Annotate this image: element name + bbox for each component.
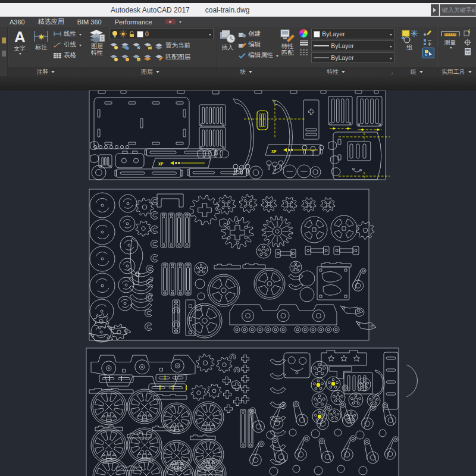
layer-thaw-icon[interactable]: [121, 54, 130, 61]
match-properties-button[interactable]: 特性 匹配: [278, 29, 297, 67]
linetype-icon[interactable]: [299, 49, 309, 56]
match-layer-button[interactable]: 匹配图层: [155, 52, 214, 62]
chevron-down-icon: [390, 58, 392, 61]
chevron-down-icon: [79, 34, 82, 37]
color-swatch: [314, 31, 320, 37]
drawing-canvas[interactable]: XPXP: [0, 90, 476, 476]
lineweight-icon[interactable]: [299, 39, 309, 47]
set-current-layer-icon: [155, 42, 164, 50]
panel-utilities: 测量 实用工具: [437, 27, 476, 76]
layer-select[interactable]: 0: [109, 29, 214, 39]
unlock-icon: [129, 30, 135, 37]
panel-footer-layers[interactable]: 图层: [84, 67, 216, 76]
group-selection-toggle[interactable]: [422, 48, 434, 58]
layer-off-icon[interactable]: [109, 42, 118, 50]
app-title: Autodesk AutoCAD 2017: [111, 6, 190, 14]
linetype-sample: [314, 57, 329, 59]
ungroup-icon[interactable]: [422, 38, 432, 46]
layer-unlock-icon[interactable]: [132, 54, 141, 61]
chevron-down-icon: [79, 45, 82, 48]
leader-icon: [53, 42, 62, 48]
chevron-down-icon: [419, 71, 423, 75]
chevron-down-icon: [390, 34, 392, 37]
autocad-window: { "window": {"app_title": "Autodesk Auto…: [0, 0, 476, 476]
match-properties-icon: [280, 29, 295, 43]
title-bar: Autodesk AutoCAD 2017 coal-train.dwg 键入关…: [0, 3, 476, 17]
drawing-area: XPXP: [0, 90, 476, 476]
dimension-icon: [32, 29, 50, 44]
lineweight-select[interactable]: ByLayer: [311, 40, 394, 51]
create-block-icon: [238, 31, 246, 37]
create-block-button[interactable]: 创建: [238, 29, 278, 39]
measure-button[interactable]: 测量: [440, 29, 461, 67]
panel-footer-annotation[interactable]: 注释: [8, 67, 84, 76]
layer-freeze-icon[interactable]: [132, 42, 141, 50]
expand-arrow-icon: [433, 8, 439, 12]
dimension-button[interactable]: 标注: [32, 29, 51, 67]
panel-footer-properties[interactable]: 特性: [275, 67, 396, 76]
layer-color-swatch: [137, 31, 143, 37]
layer-properties-button[interactable]: 图层 特性: [87, 29, 107, 67]
edit-block-icon: [238, 42, 246, 48]
insert-block-button[interactable]: 插入: [219, 29, 236, 67]
leader-button[interactable]: 引线: [53, 39, 82, 50]
layer-walk-icon[interactable]: [143, 54, 152, 61]
chevron-down-icon: [209, 34, 211, 37]
tab-featured-apps[interactable]: 精选应用: [38, 17, 64, 26]
annotation-mini-column: 线性 引线 表格: [53, 29, 82, 67]
lineweight-value: ByLayer: [331, 42, 386, 49]
tab-performance[interactable]: Performance: [115, 18, 152, 26]
object-color-select[interactable]: ByLayer: [311, 29, 394, 39]
point-style-icon[interactable]: [464, 38, 472, 46]
chevron-down-icon: [450, 47, 452, 50]
connect-menu-button[interactable]: [165, 19, 181, 24]
linetype-select[interactable]: ByLayer: [311, 52, 394, 63]
panel-footer-block[interactable]: 块: [217, 67, 275, 76]
layer-isolate-icon[interactable]: [121, 42, 130, 50]
tab-bim360[interactable]: BIM 360: [77, 18, 102, 26]
search-input[interactable]: 键入关键字或: [440, 4, 476, 16]
layer-properties-icon: [89, 29, 105, 43]
tab-a360[interactable]: A360: [10, 18, 25, 26]
panel-properties: 特性 匹配 ByLayer ByLayer: [275, 27, 397, 76]
linetype-value: ByLayer: [331, 54, 386, 61]
camera-icon: [165, 19, 176, 24]
chevron-down-icon: [179, 21, 181, 24]
ribbon-tab-bar: A360 精选应用 BIM 360 Performance: [0, 17, 476, 27]
layer-on-icon[interactable]: [109, 54, 118, 61]
panel-block: 插入 创建 编辑 编辑属性 块: [217, 27, 275, 76]
ribbon-panel-cut: [0, 27, 8, 76]
infocenter-expand-button[interactable]: [431, 4, 439, 16]
lineweight-sample: [314, 45, 329, 47]
object-color-value: ByLayer: [322, 30, 386, 37]
set-current-layer-button[interactable]: 置为当前: [155, 40, 214, 51]
id-point-icon[interactable]: [464, 29, 472, 37]
table-button[interactable]: 表格: [53, 50, 82, 61]
edit-attribute-button[interactable]: 编辑属性: [238, 50, 278, 61]
insert-block-icon: [219, 29, 236, 44]
edit-block-button[interactable]: 编辑: [238, 39, 278, 50]
chevron-down-icon: [19, 53, 21, 56]
table-icon: [53, 52, 62, 59]
current-layer-name: 0: [145, 30, 206, 37]
group-button[interactable]: 组: [400, 29, 420, 67]
chevron-down-icon: [249, 71, 252, 75]
dialog-launcher-icon[interactable]: ⌟: [391, 70, 396, 75]
layer-lock-icon[interactable]: [143, 42, 152, 50]
dimension-label: 标注: [35, 44, 47, 51]
color-wheel-icon[interactable]: [299, 29, 308, 37]
linear-dim-button[interactable]: 线性: [53, 29, 82, 39]
text-button[interactable]: A 文字: [10, 29, 30, 67]
group-edit-icon[interactable]: [422, 29, 432, 37]
panel-footer-groups[interactable]: 组: [397, 67, 437, 76]
text-label: 文字: [14, 45, 26, 52]
svg-text:XP: XP: [158, 162, 163, 167]
layer-tools-row-1: 置为当前 匹配图层: [109, 40, 214, 62]
panel-annotation: A 文字 标注 线性 引线: [8, 27, 84, 76]
ribbon-bottom-strip: [0, 76, 476, 90]
text-icon: A: [14, 29, 26, 45]
quick-calc-icon[interactable]: [464, 48, 472, 56]
panel-layers: 图层 特性 0: [84, 27, 217, 76]
measure-icon: [441, 29, 460, 39]
panel-footer-utilities[interactable]: 实用工具: [437, 67, 476, 76]
